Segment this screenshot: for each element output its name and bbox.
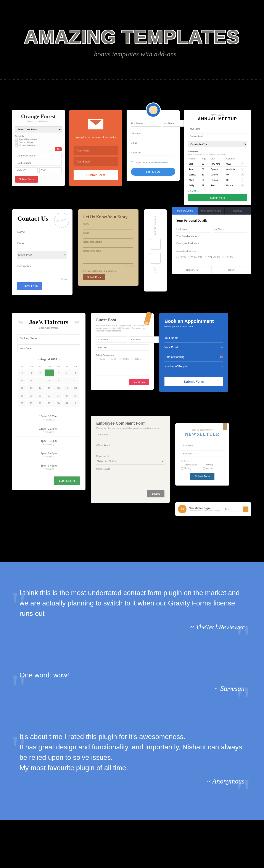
email-input[interactable]	[129, 336, 160, 343]
name-input[interactable]: Your Name👤	[164, 333, 223, 343]
submit-button[interactable]: Submit Form	[83, 274, 105, 280]
issue-select[interactable]: Issue Type	[17, 251, 67, 259]
checkbox-pref[interactable]: Monthly	[181, 467, 202, 469]
tab-personal[interactable]: PERSONAL INFO	[172, 207, 199, 215]
date-input[interactable]: Date of Booking📅	[164, 352, 223, 362]
people-input[interactable]: Number of People▾	[164, 362, 223, 371]
name-input[interactable]	[96, 336, 127, 343]
prev-button[interactable]: PREVIOUS	[172, 267, 212, 274]
radio-income[interactable]: < $20k	[176, 256, 186, 258]
delete-icon[interactable]: ×	[241, 184, 244, 187]
submit-button[interactable]: Submit Form	[15, 176, 38, 183]
time-slot[interactable]: 1pm - 1:45pm4 remaining	[17, 436, 80, 448]
checkbox-pref[interactable]: Annual	[203, 467, 224, 469]
email-input[interactable]	[17, 344, 80, 352]
envelope-icon	[88, 119, 103, 129]
submit-button[interactable]: Submit Form	[74, 170, 118, 180]
submit-button[interactable]: Submit Form	[190, 473, 215, 480]
terms-link[interactable]: terms and conditions	[148, 161, 168, 164]
delete-icon[interactable]: ×	[241, 168, 244, 171]
rsvp-pretitle: RSVP below for	[188, 114, 247, 116]
email-input[interactable]: Your Email✉	[164, 343, 223, 352]
next-month-icon[interactable]: ›	[59, 358, 59, 361]
agree-checkbox[interactable]: I agree to the terms and conditions	[131, 161, 175, 164]
name-input[interactable]	[181, 442, 224, 448]
delete-icon[interactable]: ×	[241, 162, 244, 165]
submit-button[interactable]: Submit Form	[54, 476, 80, 485]
reason-input[interactable]	[83, 244, 133, 248]
email-input[interactable]	[74, 157, 118, 166]
delete-icon[interactable]: ×	[241, 179, 244, 182]
calendar-month: ‹ August 2018 ›	[17, 358, 80, 361]
cvc-input[interactable]	[39, 167, 62, 173]
time-slot[interactable]: 3pm - 3:45pm4 remaining	[17, 461, 80, 473]
name-input[interactable]	[96, 437, 164, 441]
email-input[interactable]	[131, 140, 175, 146]
checkbox-category[interactable]: People	[96, 358, 105, 360]
submit-button[interactable]: Submit Form	[164, 377, 223, 386]
time-slot[interactable]: 11am - 11:45am4 remaining	[17, 424, 80, 436]
radio-income[interactable]: $20k - $50k	[188, 256, 202, 258]
name-input[interactable]	[17, 335, 80, 342]
time-slot[interactable]: 2pm - 2:45pm4 remaining	[17, 448, 80, 461]
name-input[interactable]	[83, 225, 133, 229]
email-input[interactable]	[96, 447, 164, 452]
add-more-link[interactable]: + Add More	[188, 190, 247, 192]
cardholder-input[interactable]	[15, 153, 62, 158]
describe-textarea[interactable]	[83, 253, 133, 264]
delete-icon[interactable]: ×	[241, 173, 244, 176]
cardnumber-input[interactable]	[15, 160, 62, 166]
next-button[interactable]: NEXT	[212, 267, 251, 274]
submit-button[interactable]: Submit Form	[188, 194, 247, 202]
checkbox-pref[interactable]: Daily Updates	[181, 464, 202, 466]
firstname-input[interactable]	[131, 120, 161, 127]
upload-icon[interactable]	[150, 253, 161, 264]
prev-month-icon[interactable]: ‹	[38, 358, 39, 361]
password-input[interactable]	[131, 150, 175, 156]
dept-select[interactable]: Select An Option	[96, 458, 164, 465]
post-title-input[interactable]	[96, 344, 149, 351]
template-book-appointment: Book an Appointment we will get back to …	[159, 313, 228, 392]
checkbox-delivery[interactable]: 24-Hour Delivery	[15, 144, 62, 147]
issue-textarea[interactable]	[96, 471, 164, 486]
name-input[interactable]	[17, 228, 67, 236]
checkbox-pref[interactable]: Weekly	[203, 464, 224, 466]
submit-button[interactable]: Submit Post	[129, 379, 149, 385]
name-input[interactable]	[188, 126, 247, 132]
lastname-input[interactable]	[213, 225, 247, 233]
go-button[interactable]: →	[243, 506, 248, 512]
email-input[interactable]	[17, 240, 67, 247]
username-input[interactable]	[131, 130, 175, 136]
checkbox-category[interactable]: Lifestyle	[118, 358, 130, 360]
content-textarea[interactable]	[96, 363, 149, 376]
time-slot[interactable]: 10am - 10:45am4 remaining	[17, 412, 80, 424]
org-select[interactable]: Organization Type	[188, 141, 247, 147]
checkbox-category[interactable]: Cities	[132, 358, 141, 360]
email-input[interactable]	[181, 451, 224, 457]
signup-button[interactable]: Sign Me Up	[131, 168, 175, 176]
firstname-input[interactable]	[176, 225, 210, 233]
name-input[interactable]	[74, 146, 118, 155]
checkbox-shape[interactable]: Custom Shape	[15, 141, 62, 144]
email-input[interactable]	[224, 507, 241, 512]
agree-checkbox[interactable]: I agree to the terms and conditions	[83, 270, 133, 272]
radio-income[interactable]: $50k - $100k	[205, 256, 220, 258]
submit-button[interactable]: Submit	[147, 490, 164, 497]
checkbox-category[interactable]: Food	[108, 358, 116, 360]
comments-textarea[interactable]	[17, 262, 67, 275]
email-input[interactable]	[83, 235, 133, 239]
table-row: Addly19ParisFrance×	[188, 183, 247, 188]
tab-professional[interactable]: PROFESSIONAL INFO	[199, 207, 225, 215]
country-input[interactable]	[176, 240, 247, 247]
upload-icon[interactable]	[150, 239, 161, 250]
card-title: Book an Appointment	[164, 318, 223, 324]
email-input[interactable]	[188, 133, 247, 140]
submit-button[interactable]: Submit Form	[17, 282, 42, 290]
expiry-input[interactable]	[15, 167, 38, 173]
tab-hobbies[interactable]: HOBBIES	[225, 207, 251, 215]
template-rsvp: RSVP below for ANNUAL MEETUP Organizatio…	[184, 110, 251, 205]
checkbox-decoration[interactable]: Special Decoration	[15, 138, 62, 141]
radio-income[interactable]: > $100k	[222, 256, 233, 258]
flavor-select[interactable]: Select Cake Flavor	[15, 126, 62, 132]
email-input[interactable]	[176, 233, 247, 240]
